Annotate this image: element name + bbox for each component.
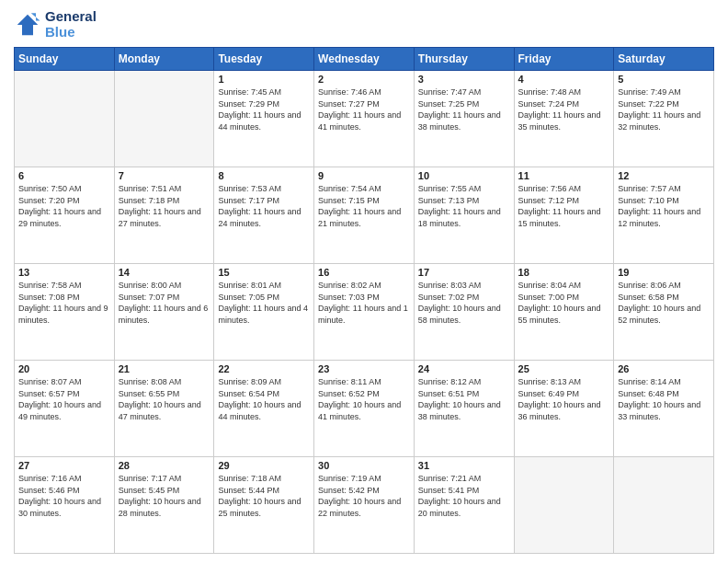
calendar-week-3: 13Sunrise: 7:58 AM Sunset: 7:08 PM Dayli…: [15, 264, 714, 361]
header: General Blue: [14, 9, 714, 40]
day-info: Sunrise: 8:13 AM Sunset: 6:49 PM Dayligh…: [518, 376, 610, 422]
calendar-day: 31Sunrise: 7:21 AM Sunset: 5:41 PM Dayli…: [414, 457, 514, 554]
day-info: Sunrise: 7:58 AM Sunset: 7:08 PM Dayligh…: [18, 280, 110, 326]
day-info: Sunrise: 7:17 AM Sunset: 5:45 PM Dayligh…: [119, 473, 210, 519]
day-info: Sunrise: 8:14 AM Sunset: 6:48 PM Dayligh…: [618, 376, 710, 422]
weekday-header-saturday: Saturday: [614, 48, 714, 71]
day-number: 9: [318, 170, 410, 181]
calendar-day: [114, 71, 214, 167]
day-number: 31: [418, 460, 510, 471]
day-number: 27: [18, 460, 110, 471]
day-number: 19: [618, 267, 710, 278]
calendar-table: SundayMondayTuesdayWednesdayThursdayFrid…: [14, 47, 714, 554]
weekday-header-sunday: Sunday: [15, 48, 115, 71]
calendar-week-5: 27Sunrise: 7:16 AM Sunset: 5:46 PM Dayli…: [15, 457, 714, 554]
calendar-day: 27Sunrise: 7:16 AM Sunset: 5:46 PM Dayli…: [15, 457, 115, 554]
day-number: 8: [218, 170, 310, 181]
calendar-day: 28Sunrise: 7:17 AM Sunset: 5:45 PM Dayli…: [114, 457, 214, 554]
day-number: 20: [18, 363, 110, 374]
calendar-day: [15, 71, 115, 167]
day-info: Sunrise: 8:07 AM Sunset: 6:57 PM Dayligh…: [18, 376, 110, 422]
day-number: 10: [418, 170, 510, 181]
calendar-day: 16Sunrise: 8:02 AM Sunset: 7:03 PM Dayli…: [314, 264, 415, 361]
day-number: 29: [218, 460, 310, 471]
calendar-day: [614, 457, 714, 554]
day-info: Sunrise: 8:08 AM Sunset: 6:55 PM Dayligh…: [119, 376, 210, 422]
calendar-day: 3Sunrise: 7:47 AM Sunset: 7:25 PM Daylig…: [414, 71, 514, 167]
calendar-day: 5Sunrise: 7:49 AM Sunset: 7:22 PM Daylig…: [614, 71, 714, 167]
day-number: 11: [518, 170, 610, 181]
calendar-day: 2Sunrise: 7:46 AM Sunset: 7:27 PM Daylig…: [314, 71, 415, 167]
day-number: 30: [318, 460, 410, 471]
day-info: Sunrise: 7:55 AM Sunset: 7:13 PM Dayligh…: [418, 183, 510, 229]
day-number: 12: [618, 170, 710, 181]
calendar-day: 30Sunrise: 7:19 AM Sunset: 5:42 PM Dayli…: [314, 457, 415, 554]
calendar-day: 10Sunrise: 7:55 AM Sunset: 7:13 PM Dayli…: [414, 167, 514, 264]
logo: General Blue: [14, 9, 97, 40]
calendar-day: 23Sunrise: 8:11 AM Sunset: 6:52 PM Dayli…: [314, 361, 415, 457]
day-info: Sunrise: 7:54 AM Sunset: 7:15 PM Dayligh…: [318, 183, 410, 229]
calendar-day: 26Sunrise: 8:14 AM Sunset: 6:48 PM Dayli…: [614, 361, 714, 457]
calendar-day: 4Sunrise: 7:48 AM Sunset: 7:24 PM Daylig…: [514, 71, 614, 167]
logo-icon: [14, 11, 41, 39]
day-number: 1: [218, 74, 310, 85]
day-info: Sunrise: 7:49 AM Sunset: 7:22 PM Dayligh…: [618, 86, 710, 132]
day-info: Sunrise: 7:48 AM Sunset: 7:24 PM Dayligh…: [518, 86, 610, 132]
svg-marker-0: [17, 14, 39, 35]
day-number: 22: [218, 363, 310, 374]
calendar-day: 14Sunrise: 8:00 AM Sunset: 7:07 PM Dayli…: [114, 264, 214, 361]
day-info: Sunrise: 8:06 AM Sunset: 6:58 PM Dayligh…: [618, 280, 710, 326]
day-number: 15: [218, 267, 310, 278]
day-info: Sunrise: 8:04 AM Sunset: 7:00 PM Dayligh…: [518, 280, 610, 326]
calendar-day: 12Sunrise: 7:57 AM Sunset: 7:10 PM Dayli…: [614, 167, 714, 264]
weekday-header-wednesday: Wednesday: [314, 48, 415, 71]
day-info: Sunrise: 8:03 AM Sunset: 7:02 PM Dayligh…: [418, 280, 510, 326]
page-container: General Blue SundayMondayTuesdayWednesda…: [0, 0, 728, 563]
day-info: Sunrise: 7:53 AM Sunset: 7:17 PM Dayligh…: [218, 183, 310, 229]
calendar-day: 11Sunrise: 7:56 AM Sunset: 7:12 PM Dayli…: [514, 167, 614, 264]
day-number: 24: [418, 363, 510, 374]
day-number: 26: [618, 363, 710, 374]
calendar-header-row: SundayMondayTuesdayWednesdayThursdayFrid…: [15, 48, 714, 71]
day-info: Sunrise: 7:56 AM Sunset: 7:12 PM Dayligh…: [518, 183, 610, 229]
day-info: Sunrise: 8:00 AM Sunset: 7:07 PM Dayligh…: [119, 280, 210, 326]
calendar-day: 13Sunrise: 7:58 AM Sunset: 7:08 PM Dayli…: [15, 264, 115, 361]
calendar-day: 19Sunrise: 8:06 AM Sunset: 6:58 PM Dayli…: [614, 264, 714, 361]
day-number: 23: [318, 363, 410, 374]
day-info: Sunrise: 8:09 AM Sunset: 6:54 PM Dayligh…: [218, 376, 310, 422]
day-number: 7: [119, 170, 210, 181]
day-info: Sunrise: 8:12 AM Sunset: 6:51 PM Dayligh…: [418, 376, 510, 422]
weekday-header-thursday: Thursday: [414, 48, 514, 71]
weekday-header-friday: Friday: [514, 48, 614, 71]
calendar-day: 15Sunrise: 8:01 AM Sunset: 7:05 PM Dayli…: [214, 264, 314, 361]
day-number: 16: [318, 267, 410, 278]
day-number: 17: [418, 267, 510, 278]
calendar-day: 18Sunrise: 8:04 AM Sunset: 7:00 PM Dayli…: [514, 264, 614, 361]
day-info: Sunrise: 8:01 AM Sunset: 7:05 PM Dayligh…: [218, 280, 310, 326]
day-info: Sunrise: 8:11 AM Sunset: 6:52 PM Dayligh…: [318, 376, 410, 422]
calendar-day: 7Sunrise: 7:51 AM Sunset: 7:18 PM Daylig…: [114, 167, 214, 264]
calendar-day: 9Sunrise: 7:54 AM Sunset: 7:15 PM Daylig…: [314, 167, 415, 264]
weekday-header-monday: Monday: [114, 48, 214, 71]
day-info: Sunrise: 7:50 AM Sunset: 7:20 PM Dayligh…: [18, 183, 110, 229]
logo-text: General Blue: [45, 9, 97, 40]
day-number: 3: [418, 74, 510, 85]
day-number: 21: [119, 363, 210, 374]
weekday-header-tuesday: Tuesday: [214, 48, 314, 71]
calendar-day: 21Sunrise: 8:08 AM Sunset: 6:55 PM Dayli…: [114, 361, 214, 457]
day-info: Sunrise: 8:02 AM Sunset: 7:03 PM Dayligh…: [318, 280, 410, 326]
day-number: 5: [618, 74, 710, 85]
day-number: 28: [119, 460, 210, 471]
day-info: Sunrise: 7:51 AM Sunset: 7:18 PM Dayligh…: [119, 183, 210, 229]
day-number: 14: [119, 267, 210, 278]
calendar-week-4: 20Sunrise: 8:07 AM Sunset: 6:57 PM Dayli…: [15, 361, 714, 457]
day-info: Sunrise: 7:57 AM Sunset: 7:10 PM Dayligh…: [618, 183, 710, 229]
day-number: 18: [518, 267, 610, 278]
calendar-day: 20Sunrise: 8:07 AM Sunset: 6:57 PM Dayli…: [15, 361, 115, 457]
calendar-day: 8Sunrise: 7:53 AM Sunset: 7:17 PM Daylig…: [214, 167, 314, 264]
day-info: Sunrise: 7:47 AM Sunset: 7:25 PM Dayligh…: [418, 86, 510, 132]
calendar-day: 25Sunrise: 8:13 AM Sunset: 6:49 PM Dayli…: [514, 361, 614, 457]
day-info: Sunrise: 7:45 AM Sunset: 7:29 PM Dayligh…: [218, 86, 310, 132]
day-number: 25: [518, 363, 610, 374]
day-info: Sunrise: 7:19 AM Sunset: 5:42 PM Dayligh…: [318, 473, 410, 519]
